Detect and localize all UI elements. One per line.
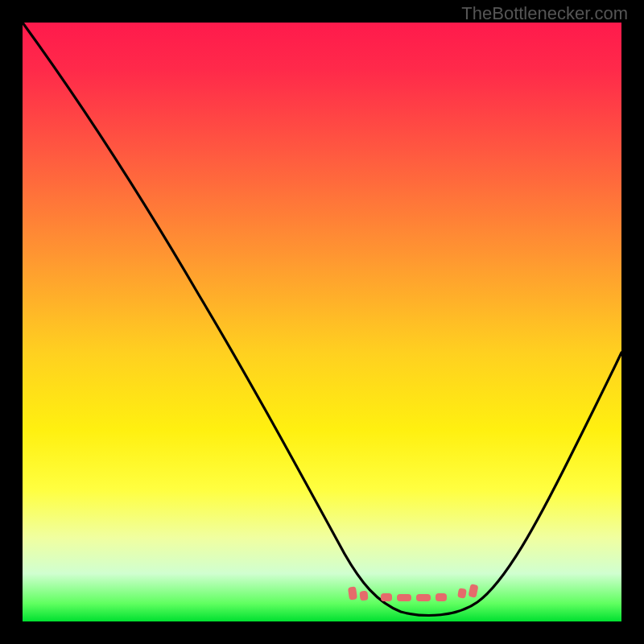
bottleneck-curve [23,23,621,621]
curve-path [23,23,621,615]
plot-area [23,23,621,621]
watermark-text: TheBottlenecker.com [461,3,628,24]
